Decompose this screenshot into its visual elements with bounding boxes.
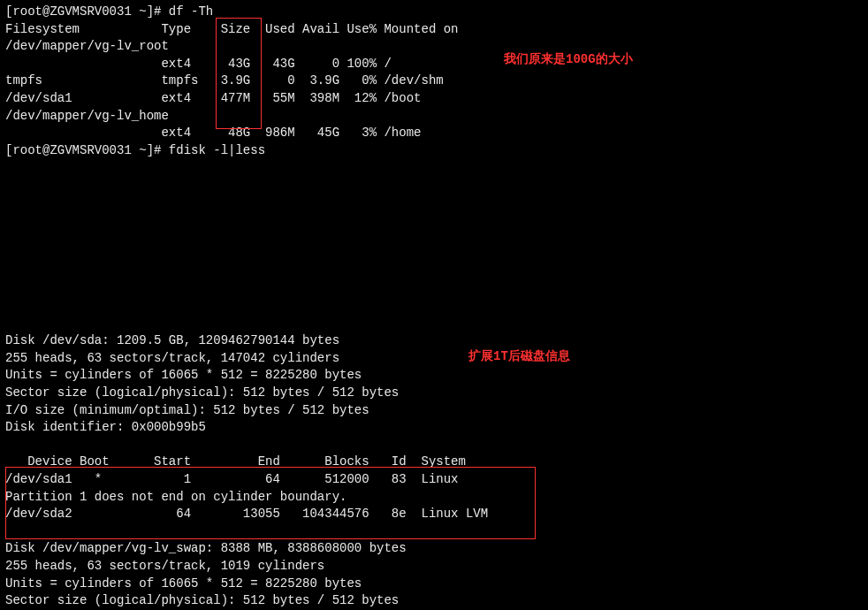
df-header: Filesystem Type Size Used Avail Use% Mou… (5, 22, 458, 36)
swap-line: 255 heads, 63 sectors/track, 1019 cylind… (5, 559, 324, 573)
swap-line: Disk /dev/mapper/vg-lv_swap: 8388 MB, 83… (5, 541, 407, 555)
shell-prompt: [root@ZGVMSRV0031 ~]# (5, 4, 169, 19)
swap-line: Sector size (logical/physical): 512 byte… (5, 593, 399, 607)
shell-prompt: [root@ZGVMSRV0031 ~]# (5, 143, 169, 157)
df-row: /dev/sda1 ext4 477M 55M 398M 12% /boot (5, 91, 421, 105)
fdisk-line: I/O size (minimum/optimal): 512 bytes / … (5, 403, 369, 417)
swap-line: Units = cylinders of 16065 * 512 = 82252… (5, 576, 362, 591)
annotation-original-size: 我们原来是100G的大小 (504, 51, 633, 69)
command-text: fdisk -l|less (169, 143, 265, 157)
df-row: tmpfs tmpfs 3.9G 0 3.9G 0% /dev/shm (5, 73, 444, 88)
df-row: /dev/mapper/vg-lv_home (5, 109, 169, 123)
partition-note: Partition 1 does not end on cylinder bou… (5, 490, 346, 504)
partition-row: /dev/sda1 * 1 64 512000 83 Linux (5, 472, 458, 486)
df-row: ext4 43G 43G 0 100% / (5, 57, 392, 71)
df-row: /dev/mapper/vg-lv_root (5, 39, 169, 53)
fdisk-line: Disk /dev/sda: 1209.5 GB, 1209462790144 … (5, 333, 339, 347)
partition-row: /dev/sda2 64 13055 104344576 8e Linux LV… (5, 507, 488, 521)
terminal-output: [root@ZGVMSRV0031 ~]# df -Th Filesystem … (5, 4, 863, 610)
fdisk-line: 255 heads, 63 sectors/track, 147042 cyli… (5, 351, 339, 365)
fdisk-line: Sector size (logical/physical): 512 byte… (5, 385, 399, 400)
df-row: ext4 48G 986M 45G 3% /home (5, 126, 421, 140)
fdisk-line: Units = cylinders of 16065 * 512 = 82252… (5, 368, 362, 382)
annotation-after-expand: 扩展1T后磁盘信息 (468, 348, 570, 366)
partition-header: Device Boot Start End Blocks Id System (5, 454, 466, 469)
fdisk-line: Disk identifier: 0x000b99b5 (5, 420, 206, 434)
command-text: df -Th (169, 4, 213, 19)
